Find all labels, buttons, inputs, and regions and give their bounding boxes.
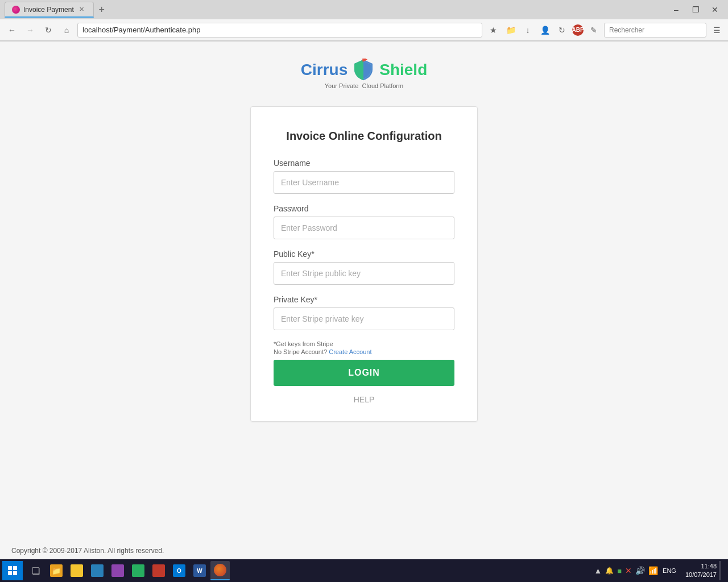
tray-icons: ▲ 🔔 ■ ✕ 🔊 📶	[594, 566, 658, 575]
tray-icon-3[interactable]: ✕	[625, 566, 632, 575]
no-stripe-text: No Stripe Account?	[274, 348, 327, 355]
title-bar: Invoice Payment ✕ + – ❐ ✕	[0, 0, 728, 19]
home-button[interactable]: ⌂	[59, 23, 74, 38]
login-button[interactable]: LOGIN	[274, 360, 454, 386]
app-green-button[interactable]	[129, 561, 148, 580]
app-yellow-button[interactable]	[67, 561, 86, 580]
svg-rect-0	[362, 59, 364, 61]
pocket-icon[interactable]: 📁	[504, 23, 518, 37]
tray-language[interactable]: ENG	[660, 567, 679, 574]
start-button[interactable]	[2, 561, 23, 580]
username-input[interactable]	[274, 171, 454, 194]
logo-row: Cirrus Shield	[301, 59, 427, 81]
new-tab-button[interactable]: +	[94, 2, 110, 18]
username-group: Username	[274, 159, 454, 194]
window-controls: – ❐ ✕	[668, 4, 723, 15]
keys-info-line1: *Get keys from Stripe	[274, 340, 454, 347]
page-content: Cirrus Shield Your Private Cloud Platfor…	[0, 41, 728, 542]
downloads-icon[interactable]: ↓	[521, 23, 535, 37]
tray-date: 10/07/2017	[685, 571, 717, 579]
tray-time: 11:48	[685, 562, 717, 571]
firefox-button[interactable]	[210, 561, 230, 580]
username-label: Username	[274, 159, 454, 168]
minimize-button[interactable]: –	[668, 4, 685, 15]
logo-subtitle: Your Private Cloud Platform	[325, 82, 403, 89]
logo-shield-text: Shield	[379, 61, 427, 79]
tab-favicon	[12, 6, 20, 14]
public-key-group: Public Key*	[274, 250, 454, 285]
search-input[interactable]	[604, 23, 706, 38]
address-bar-row: ← → ↻ ⌂ ★ 📁 ↓ 👤 ↻ ABP ✎ ☰	[0, 19, 728, 41]
forward-button[interactable]: →	[23, 23, 38, 38]
logo-area: Cirrus Shield Your Private Cloud Platfor…	[301, 59, 427, 89]
tray-icon-1[interactable]: 🔔	[605, 567, 614, 575]
tray-icon-5[interactable]: 📶	[648, 566, 658, 575]
app-blue-button[interactable]	[88, 561, 107, 580]
public-key-input[interactable]	[274, 262, 454, 285]
taskbar: ❑ 📁 O W ▲ 🔔 ■ ✕ 🔊 📶 ENG	[0, 559, 728, 582]
private-key-label: Private Key*	[274, 295, 454, 304]
public-key-label: Public Key*	[274, 250, 454, 259]
app-outlook-button[interactable]: O	[169, 561, 189, 580]
tray-up-arrow[interactable]: ▲	[594, 566, 602, 575]
address-input[interactable]	[77, 23, 482, 38]
app-word-button[interactable]: W	[190, 561, 209, 580]
file-explorer-button[interactable]: 📁	[47, 561, 66, 580]
back-button[interactable]: ←	[5, 23, 19, 38]
task-view-button[interactable]: ❑	[26, 561, 46, 580]
password-group: Password	[274, 204, 454, 239]
system-tray: ▲ 🔔 ■ ✕ 🔊 📶 ENG 11:48 10/07/2017	[589, 561, 726, 580]
tray-icon-4[interactable]: 🔊	[635, 566, 645, 575]
browser-chrome: Invoice Payment ✕ + – ❐ ✕ ← → ↻ ⌂ ★ 📁 ↓ …	[0, 0, 728, 41]
keys-info-line2: No Stripe Account? Create Account	[274, 348, 454, 355]
logo-cirrus-text: Cirrus	[301, 61, 348, 79]
restore-button[interactable]: ❐	[687, 4, 704, 15]
screenshot-icon[interactable]: ✎	[587, 23, 601, 37]
copyright-text: Copyright © 2009-2017 Aliston. All right…	[11, 547, 164, 555]
form-card: Invoice Online Configuration Username Pa…	[250, 106, 478, 422]
user-icon[interactable]: 👤	[538, 23, 552, 37]
show-desktop-button[interactable]	[719, 561, 721, 580]
form-title: Invoice Online Configuration	[274, 130, 454, 143]
browser-tab-active[interactable]: Invoice Payment ✕	[5, 2, 94, 18]
app-purple-button[interactable]	[108, 561, 127, 580]
refresh-button[interactable]: ↻	[41, 23, 56, 38]
tab-title: Invoice Payment	[23, 6, 74, 14]
keys-info: *Get keys from Stripe No Stripe Account?…	[274, 340, 454, 355]
private-key-input[interactable]	[274, 307, 454, 330]
tab-close-button[interactable]: ✕	[77, 5, 86, 14]
close-window-button[interactable]: ✕	[706, 4, 723, 15]
app-red-button[interactable]	[149, 561, 168, 580]
help-link[interactable]: HELP	[274, 395, 454, 404]
create-account-link[interactable]: Create Account	[329, 348, 371, 355]
logo-shield-icon	[352, 59, 375, 81]
tray-clock[interactable]: 11:48 10/07/2017	[681, 562, 717, 580]
password-label: Password	[274, 204, 454, 213]
bookmarks-icon[interactable]: ★	[486, 23, 500, 38]
password-input[interactable]	[274, 217, 454, 239]
windows-logo	[8, 566, 17, 575]
sync-icon[interactable]: ↻	[555, 23, 569, 37]
tray-icon-2[interactable]: ■	[617, 567, 622, 575]
private-key-group: Private Key*	[274, 295, 454, 330]
abp-badge[interactable]: ABP	[572, 24, 584, 36]
page-footer: Copyright © 2009-2017 Aliston. All right…	[0, 542, 728, 559]
menu-icon[interactable]: ☰	[710, 23, 723, 37]
